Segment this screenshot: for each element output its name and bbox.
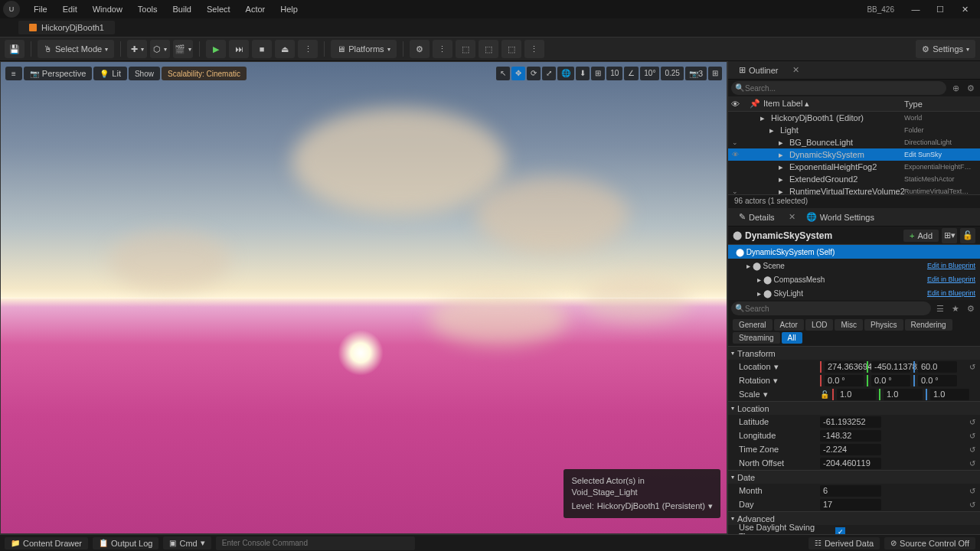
tool3-button[interactable]: ⬚ — [479, 40, 498, 58]
outliner-row[interactable]: 👁▸DynamicSkySystemEdit SunSky — [728, 148, 980, 161]
visibility-column[interactable]: 👁 — [731, 99, 750, 109]
add-component-button[interactable]: +Add — [903, 230, 939, 242]
content-drawer-button[interactable]: 📁 Content Drawer — [5, 537, 88, 549]
filter-rendering[interactable]: Rendering — [905, 319, 952, 331]
details-properties[interactable]: ▾Transform Location ▾ 274.363694 -450.11… — [728, 346, 980, 534]
rotation-x[interactable]: 0.0 ° — [825, 375, 864, 386]
prop-reset[interactable]: ↺ — [969, 445, 975, 454]
type-column[interactable]: Type — [904, 99, 977, 109]
prop-value[interactable]: 17 — [820, 499, 881, 510]
console-input[interactable] — [216, 536, 415, 550]
menu-help[interactable]: Help — [273, 2, 305, 16]
stop-button[interactable]: ■ — [252, 40, 272, 58]
details-filter[interactable]: ☰ — [934, 302, 946, 315]
tool2-button[interactable]: ⬚ — [456, 40, 475, 58]
level-tab[interactable]: HickoryDjBooth1 — [18, 21, 115, 34]
grid-snap[interactable]: ⊞ — [591, 67, 605, 80]
settings1-button[interactable]: ⚙ — [410, 40, 430, 58]
prop-reset[interactable]: ↺ — [969, 418, 975, 426]
outliner-row[interactable]: ⌄▸BG_BounceLightDirectionalLight — [728, 136, 980, 148]
coord-space[interactable]: 🌐 — [557, 67, 574, 80]
transform-rotate[interactable]: ⟳ — [527, 67, 541, 80]
outliner-tree[interactable]: ▸HickoryDjBooth1 (Editor)World▸LightFold… — [728, 112, 980, 194]
details-browse[interactable]: ⊞▾ — [942, 228, 957, 243]
scale-lock[interactable]: 🔓 — [820, 390, 829, 399]
details-tab[interactable]: ✎ Details — [733, 210, 781, 224]
viewport-show[interactable]: Show — [129, 67, 160, 80]
location-x[interactable]: 274.363694 — [825, 361, 864, 373]
outliner-row[interactable]: ▸HickoryDjBooth1 (Editor)World — [728, 112, 980, 124]
menu-edit[interactable]: Edit — [55, 2, 85, 16]
details-settings[interactable]: ⚙ — [965, 302, 977, 315]
grid-snap-value[interactable]: 10 — [606, 67, 622, 80]
viewport-scalability[interactable]: Scalability: Cinematic — [162, 67, 247, 80]
location-reset[interactable]: ↺ — [969, 363, 975, 371]
outliner-row[interactable]: ▸ExponentialHeightFog2ExponentialHeightF… — [728, 161, 980, 173]
outliner-row[interactable]: ▸LightFolder — [728, 124, 980, 136]
scale-x[interactable]: 1.0 — [837, 389, 876, 400]
filter-physics[interactable]: Physics — [864, 319, 903, 331]
output-log-button[interactable]: 📋 Output Log — [93, 537, 158, 549]
component-row[interactable]: ▸ ⬤ CompassMeshEdit in Blueprint — [728, 272, 980, 286]
details-lock[interactable]: 🔓 — [960, 228, 975, 243]
filter-streaming[interactable]: Streaming — [733, 332, 780, 344]
platforms-button[interactable]: 🖥 Platforms▾ — [331, 40, 396, 58]
viewport-maximize[interactable]: ⊞ — [708, 67, 722, 80]
play-options-button[interactable]: ⋮ — [298, 40, 318, 58]
camera-speed[interactable]: 📷3 — [685, 67, 707, 80]
menu-tools[interactable]: Tools — [130, 2, 165, 16]
outliner-row[interactable]: ▸ExtendedGround2StaticMeshActor — [728, 173, 980, 185]
filter-general[interactable]: General — [733, 319, 773, 331]
world-settings-tab[interactable]: 🌐 World Settings — [800, 210, 880, 224]
menu-actor[interactable]: Actor — [238, 2, 273, 16]
transform-select[interactable]: ↖ — [496, 67, 510, 80]
menu-file[interactable]: File — [26, 2, 55, 16]
prop-value[interactable]: -204.460119 — [820, 458, 881, 469]
cinematics-button[interactable]: 🎬▾ — [173, 40, 193, 58]
rotation-z[interactable]: 0.0 ° — [918, 375, 957, 386]
eject-button[interactable]: ⏏ — [275, 40, 295, 58]
date-section[interactable]: ▾Date — [728, 470, 980, 484]
angle-snap-value[interactable]: 10° — [640, 67, 659, 80]
settings-button[interactable]: ⚙ Settings▾ — [916, 40, 975, 58]
filter-all[interactable]: All — [782, 332, 802, 344]
outliner-tab[interactable]: ⊞ Outliner — [733, 63, 785, 77]
derived-data-button[interactable]: ☷ Derived Data — [808, 537, 880, 549]
prop-reset[interactable]: ↺ — [969, 459, 975, 468]
prop-value[interactable]: 6 — [820, 485, 881, 497]
source-control-button[interactable]: ⊘ Source Control Off — [884, 537, 975, 549]
prop-value[interactable]: -61.193252 — [820, 416, 881, 428]
overlay-level-chevron[interactable]: ▾ — [708, 500, 713, 512]
scale-snap-value[interactable]: 0.25 — [661, 67, 683, 80]
filter-actor[interactable]: Actor — [774, 319, 804, 331]
prop-reset[interactable]: ↺ — [969, 487, 975, 495]
add-content-button[interactable]: ✚▾ — [127, 40, 147, 58]
component-row[interactable]: ▸ ⬤ SceneEdit in Blueprint — [728, 259, 980, 272]
angle-snap[interactable]: ∠ — [624, 67, 639, 80]
details-search-input[interactable] — [731, 302, 931, 315]
surface-snap[interactable]: ⬇ — [576, 67, 590, 80]
menu-build[interactable]: Build — [165, 2, 199, 16]
transform-scale[interactable]: ⤢ — [542, 67, 556, 80]
prop-reset[interactable]: ↺ — [969, 432, 975, 440]
tool4-more[interactable]: ⋮ — [524, 40, 544, 58]
window-maximize[interactable]: ☐ — [928, 2, 952, 17]
location-section[interactable]: ▾Location — [728, 401, 980, 415]
component-row[interactable]: ▸ ⬤ SkyLightEdit in Blueprint — [728, 286, 980, 300]
prop-value[interactable]: -2.224 — [820, 444, 881, 455]
settings1-more[interactable]: ⋮ — [433, 40, 452, 58]
filter-lod[interactable]: LOD — [805, 319, 834, 331]
dst-checkbox[interactable]: ✓ — [835, 527, 845, 535]
scale-z[interactable]: 1.0 — [930, 389, 969, 400]
scale-y[interactable]: 1.0 — [884, 389, 923, 400]
step-button[interactable]: ⏭ — [229, 40, 249, 58]
viewport-options[interactable]: ≡ — [5, 67, 22, 80]
blueprints-button[interactable]: ⬡▾ — [150, 40, 170, 58]
select-mode-button[interactable]: 🖱 Select Mode▾ — [38, 40, 114, 58]
ue-logo[interactable]: U — [3, 1, 20, 18]
outliner-settings[interactable]: ⚙ — [965, 82, 977, 94]
component-row[interactable]: ⬤ DynamicSkySystem (Self) — [728, 245, 980, 259]
menu-select[interactable]: Select — [199, 2, 238, 16]
pinned-column[interactable]: 📌 — [750, 99, 759, 109]
outliner-search-input[interactable] — [731, 81, 946, 95]
